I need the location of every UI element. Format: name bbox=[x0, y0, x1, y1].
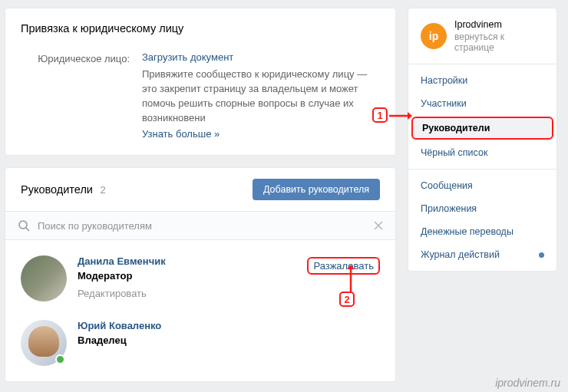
leaders-title: Руководители bbox=[21, 183, 93, 196]
member-row: Данила Евменчик Модератор Редактировать … bbox=[5, 246, 395, 311]
member-role: Владелец bbox=[78, 334, 380, 346]
demote-button[interactable]: Разжаловать bbox=[307, 257, 380, 275]
profile-name: Iprodvinem bbox=[454, 19, 544, 30]
menu-item-blacklist[interactable]: Чёрный список bbox=[408, 141, 556, 164]
learn-more-link[interactable]: Узнать больше » bbox=[142, 128, 220, 140]
menu-item-messages[interactable]: Сообщения bbox=[408, 174, 556, 197]
menu-item-members[interactable]: Участники bbox=[408, 92, 556, 115]
upload-document-link[interactable]: Загрузить документ bbox=[142, 51, 233, 63]
legal-entity-card: Привязка к юридическому лицу Юридическое… bbox=[5, 8, 396, 156]
online-indicator-icon bbox=[55, 354, 65, 364]
back-to-page-link[interactable]: вернуться к странице bbox=[454, 31, 544, 53]
search-input[interactable] bbox=[38, 220, 374, 232]
menu-item-leaders[interactable]: Руководители bbox=[411, 117, 553, 140]
search-bar bbox=[5, 211, 395, 240]
leaders-card: Руководители 2 Добавить руководителя bbox=[5, 167, 396, 382]
sidebar: ip Iprodvinem вернуться к странице Настр… bbox=[408, 8, 557, 272]
member-name[interactable]: Данила Евменчик bbox=[78, 255, 307, 267]
svg-point-0 bbox=[19, 221, 27, 229]
member-role: Модератор bbox=[78, 270, 307, 282]
member-row: Юрий Коваленко Владелец bbox=[5, 311, 395, 375]
profile-avatar[interactable]: ip bbox=[421, 23, 447, 49]
profile-block: ip Iprodvinem вернуться к странице bbox=[408, 8, 556, 64]
watermark: iprodvinem.ru bbox=[495, 377, 560, 389]
menu-separator bbox=[408, 169, 556, 170]
search-icon bbox=[18, 219, 30, 232]
menu-item-label: Журнал действий bbox=[421, 249, 500, 260]
legal-label: Юридическое лицо: bbox=[21, 51, 142, 140]
avatar[interactable] bbox=[21, 320, 67, 366]
avatar[interactable] bbox=[21, 255, 67, 301]
legal-title: Привязка к юридическому лицу bbox=[21, 22, 380, 35]
add-leader-button[interactable]: Добавить руководителя bbox=[253, 179, 380, 200]
menu-item-payments[interactable]: Денежные переводы bbox=[408, 220, 556, 243]
menu-item-log[interactable]: Журнал действий bbox=[408, 243, 556, 266]
clear-icon[interactable] bbox=[374, 221, 383, 230]
member-edit-link[interactable]: Редактировать bbox=[78, 288, 307, 299]
member-name[interactable]: Юрий Коваленко bbox=[78, 320, 380, 331]
leaders-count: 2 bbox=[101, 184, 106, 196]
menu-item-apps[interactable]: Приложения bbox=[408, 197, 556, 220]
legal-description: Привяжите сообщество к юридическому лицу… bbox=[142, 68, 380, 125]
notification-dot-icon bbox=[539, 252, 544, 258]
svg-line-1 bbox=[26, 228, 29, 231]
menu-item-settings[interactable]: Настройки bbox=[408, 69, 556, 92]
